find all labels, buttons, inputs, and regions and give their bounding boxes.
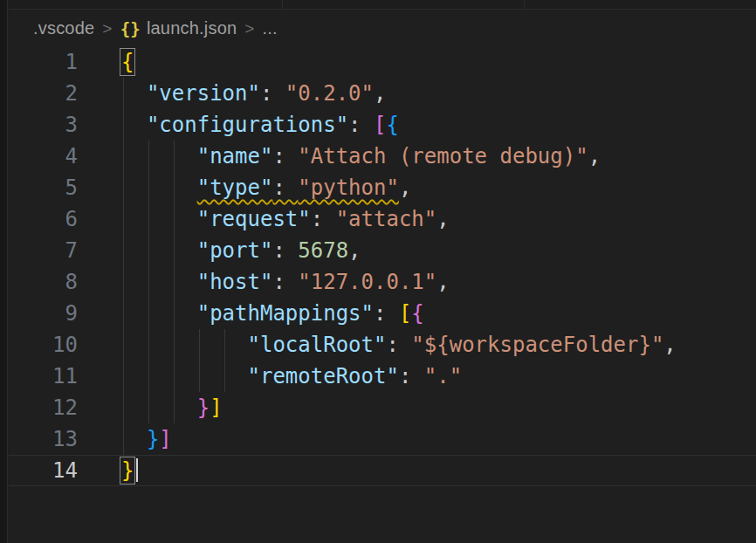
line-number: 2 (9, 78, 78, 109)
code-token: "type" (197, 175, 273, 200)
line-number: 11 (9, 361, 78, 392)
code-line[interactable]: 2 "version": "0.2.0", (9, 78, 756, 109)
line-number: 8 (9, 266, 78, 298)
code-line-content: "version": "0.2.0", (121, 78, 756, 109)
code-token: { (386, 113, 398, 137)
code-editor[interactable]: 1{2 "version": "0.2.0",3 "configurations… (9, 46, 756, 543)
code-token: "pathMappings" (197, 301, 374, 326)
matched-bracket: } (121, 458, 134, 483)
code-line-content: "type": "python", (121, 172, 756, 203)
code-token: "python" (298, 175, 399, 200)
chevron-right-icon: > (102, 19, 112, 38)
code-token: : (386, 333, 411, 357)
code-line[interactable]: 7 "port": 5678, (9, 235, 756, 266)
line-number: 9 (9, 298, 78, 329)
code-token (121, 144, 197, 168)
code-line[interactable]: 6 "request": "attach", (9, 203, 756, 235)
sidebar-edge (0, 0, 8, 543)
matched-bracket: { (121, 50, 134, 74)
code-token: : (374, 301, 399, 326)
code-line[interactable]: 4 "name": "Attach (remote debug)", (9, 141, 756, 172)
code-line[interactable]: 3 "configurations": [{ (9, 109, 756, 141)
code-token: : (311, 207, 336, 231)
code-line[interactable]: 12 }] (9, 392, 756, 423)
text-cursor (136, 458, 138, 482)
code-token (121, 270, 197, 294)
code-token (121, 113, 147, 137)
line-number: 6 (9, 203, 78, 235)
code-line-content: } (121, 455, 756, 486)
code-token: "Attach (remote debug)" (298, 144, 588, 168)
code-token: "127.0.0.1" (298, 270, 436, 294)
code-line-content: "request": "attach", (121, 203, 756, 235)
code-token (121, 238, 197, 263)
breadcrumb-folder[interactable]: .vscode (33, 18, 94, 38)
line-number: 10 (9, 329, 78, 361)
code-token: "remoteRoot" (248, 364, 399, 388)
code-token: } (147, 427, 159, 451)
code-token (121, 175, 197, 200)
code-token: : (348, 113, 374, 137)
code-token: : (272, 238, 298, 263)
code-token: [ (399, 301, 411, 326)
code-token: , (348, 238, 361, 263)
code-token (121, 364, 248, 388)
code-token: ] (159, 427, 171, 451)
code-line[interactable]: 13 }] (9, 423, 756, 455)
code-token: , (399, 175, 411, 200)
line-number: 12 (9, 392, 78, 423)
code-line-content: "name": "Attach (remote debug)", (121, 141, 756, 172)
line-number: 4 (9, 141, 78, 172)
code-token: "${workspaceFolder}" (411, 333, 663, 357)
code-token: "port" (197, 238, 273, 263)
tab-bar[interactable] (9, 0, 756, 10)
breadcrumb-file[interactable]: launch.json (147, 18, 237, 38)
code-line[interactable]: 10 "localRoot": "${workspaceFolder}", (9, 329, 756, 361)
code-line-content: }] (121, 423, 756, 455)
code-token: : (272, 175, 298, 200)
code-line[interactable]: 5 "type": "python", (9, 172, 756, 203)
breadcrumb-symbol-ellipsis[interactable]: ... (263, 18, 278, 38)
code-line[interactable]: 9 "pathMappings": [{ (9, 298, 756, 329)
json-file-icon: {} (120, 19, 141, 38)
code-token: , (663, 333, 676, 357)
code-line-content: { (121, 46, 756, 78)
code-line[interactable]: 11 "remoteRoot": "." (9, 361, 756, 392)
code-token (121, 333, 248, 357)
code-token (121, 207, 197, 231)
code-token: , (436, 270, 449, 294)
code-token: : (272, 270, 298, 294)
vscode-editor-window: .vscode > {} launch.json > ... 1{2 "vers… (0, 0, 756, 543)
chevron-right-icon: > (244, 19, 254, 38)
code-token: "localRoot" (248, 333, 387, 357)
code-token: , (374, 81, 386, 106)
code-token: "." (424, 364, 462, 388)
code-line[interactable]: 8 "host": "127.0.0.1", (9, 266, 756, 298)
code-token: "configurations" (147, 113, 348, 137)
code-token: : (260, 81, 285, 106)
code-token: "name" (197, 144, 273, 168)
code-token: "host" (197, 270, 273, 294)
code-line-content: "remoteRoot": "." (121, 361, 756, 392)
code-line[interactable]: 1{ (9, 46, 756, 78)
line-number: 5 (9, 172, 78, 203)
code-token: "0.2.0" (285, 81, 374, 106)
code-line[interactable]: 14} (9, 455, 756, 486)
code-token (121, 395, 197, 420)
code-line-content: "configurations": [{ (121, 109, 756, 141)
code-token: "version" (147, 81, 260, 106)
code-token: } (197, 395, 210, 420)
line-number: 3 (9, 109, 78, 141)
code-line-content: "port": 5678, (121, 235, 756, 266)
breadcrumb: .vscode > {} launch.json > ... (9, 10, 756, 46)
code-line-content: "localRoot": "${workspaceFolder}", (121, 329, 756, 361)
code-token: "attach" (336, 207, 437, 231)
line-number: 14 (9, 455, 78, 486)
code-token (121, 81, 147, 106)
code-line-content: "pathMappings": [{ (121, 298, 756, 329)
code-line-content: }] (121, 392, 756, 423)
code-token: 5678 (298, 238, 348, 263)
code-token: [ (374, 113, 386, 137)
code-token: ] (210, 395, 222, 420)
code-token: : (399, 364, 424, 388)
